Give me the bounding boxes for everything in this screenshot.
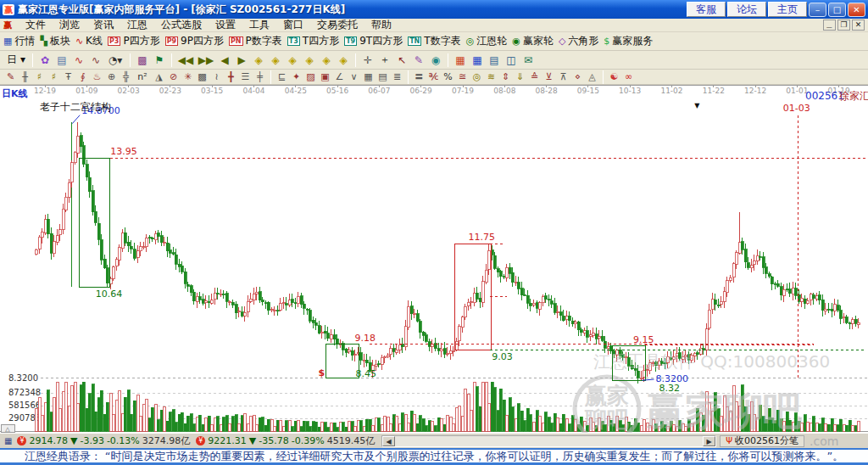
triangle-dot-tool-button[interactable]: ◬: [585, 70, 599, 83]
grid-status-icon[interactable]: ▦: [4, 436, 12, 445]
infinity-tool-button[interactable]: ∞: [621, 70, 636, 83]
menu-公式选股[interactable]: 公式选股: [154, 19, 209, 31]
pointer-icon-button[interactable]: ↖: [393, 53, 410, 68]
title-link-2[interactable]: 主页: [768, 2, 807, 17]
menu-资讯[interactable]: 资讯: [86, 19, 120, 31]
menu-窗口[interactable]: 窗口: [276, 19, 310, 31]
angle-line-tool-button[interactable]: ∠: [332, 70, 347, 83]
price-grid-tool-button[interactable]: ♯: [32, 70, 47, 83]
board-icon-button[interactable]: ▤: [53, 53, 70, 68]
drop-style-dropdown-button[interactable]: ◔▾: [104, 53, 126, 68]
tool-t-square[interactable]: T3T四方形: [287, 34, 339, 48]
maximize-button[interactable]: □: [828, 3, 846, 17]
wave-tool-button[interactable]: ≀: [209, 70, 224, 83]
table-tool-button[interactable]: ▦: [361, 70, 376, 83]
chart-area[interactable]: 12-1901-0902-0302-2303-1504-0404-2505-16…: [0, 85, 868, 433]
export-icon-button[interactable]: ✉: [520, 53, 537, 68]
child-restore-button[interactable]: ❐: [837, 20, 850, 31]
percent-tool-button[interactable]: %: [441, 70, 455, 83]
xor-tool-button[interactable]: ⊻: [542, 70, 556, 83]
menu-设置[interactable]: 设置: [209, 19, 242, 31]
chart-scrollbar[interactable]: ◀ ▶: [381, 435, 716, 447]
tool-9t-square[interactable]: T99T四方形: [344, 34, 403, 48]
gold-circle-tool-button[interactable]: ◎: [470, 70, 484, 83]
ray-burst-tool-button[interactable]: ✦: [289, 70, 303, 83]
pen-tool-button[interactable]: ✎: [3, 70, 18, 83]
grid-chart-icon-button[interactable]: ▩: [134, 53, 151, 68]
filled-box-tool-button[interactable]: ▣: [318, 70, 332, 83]
brain-icon-button[interactable]: ◉: [427, 53, 444, 68]
tool-sectors[interactable]: ▚板块: [40, 34, 70, 48]
cycle-tool-button[interactable]: ⊘: [166, 70, 181, 83]
first-bar-button-button[interactable]: ◀◀: [175, 53, 196, 68]
cross-grid-tool-button[interactable]: ╬: [119, 70, 133, 83]
fan-tool-button[interactable]: ♨: [90, 70, 104, 83]
trend2-icon-button[interactable]: ∿: [87, 53, 104, 68]
zoom-out-diamond-button[interactable]: ◈: [301, 53, 318, 68]
child-close-button[interactable]: ✕: [852, 20, 865, 31]
yinyang-tool-button[interactable]: ☯: [607, 70, 621, 83]
ratio-tool-button[interactable]: ℀: [426, 70, 441, 83]
save-icon-button[interactable]: ◫: [503, 53, 520, 68]
gann-grid-tool-button[interactable]: ╫: [18, 70, 32, 83]
box-tool-button[interactable]: ⊑: [275, 70, 289, 83]
menu-帮助[interactable]: 帮助: [364, 19, 398, 31]
sh-index-icon[interactable]: ¥: [17, 436, 26, 445]
crosshair-icon-button[interactable]: ＋: [376, 53, 393, 68]
menu-浏览[interactable]: 浏览: [53, 19, 86, 31]
updown-tool-button[interactable]: ⇕: [498, 70, 513, 83]
gold-wave-tool-button[interactable]: ≋: [484, 70, 498, 83]
estimate-tool-button[interactable]: ≙: [527, 70, 542, 83]
t-line-tool-button[interactable]: Ŧ: [61, 70, 75, 83]
zoom-left-diamond-button[interactable]: ◈: [250, 53, 267, 68]
minimize-button[interactable]: －: [809, 3, 826, 17]
trend-icon-button[interactable]: ∿: [70, 53, 87, 68]
title-link-1[interactable]: 论坛: [727, 2, 766, 17]
vee-tool-button[interactable]: ∨: [347, 70, 361, 83]
shade-grid-tool-button[interactable]: ▩: [195, 70, 209, 83]
tool-p-table[interactable]: PNP数字表: [229, 34, 282, 48]
tool-kline[interactable]: ∿K线: [75, 34, 103, 48]
circle-tool-button[interactable]: ⊕: [104, 70, 119, 83]
spiral-tool-button[interactable]: ∮: [75, 70, 90, 83]
tool-winner-wheel[interactable]: ◉赢家轮: [512, 34, 554, 48]
flag-icon-button[interactable]: ⚑: [151, 53, 168, 68]
zoom-right-diamond-button[interactable]: ◈: [267, 53, 284, 68]
expand-diamond-button[interactable]: ◈: [318, 53, 335, 68]
last-bar-button-button[interactable]: ▶▶: [196, 53, 216, 68]
next-bar-button-button[interactable]: ▶: [233, 53, 250, 68]
approx-tool-button[interactable]: ≊: [455, 70, 470, 83]
child-minimize-button[interactable]: ＿: [823, 20, 836, 31]
tick-receiver-status[interactable]: Ψ 收002561分笔: [720, 435, 804, 447]
down-gold-tool-button[interactable]: ⇓: [513, 70, 527, 83]
menu-交易委托[interactable]: 交易委托: [310, 19, 364, 31]
tool-p-square[interactable]: P3P四方形: [108, 34, 160, 48]
menu-工具[interactable]: 工具: [242, 19, 276, 31]
calculator-icon-button[interactable]: ▦: [469, 53, 486, 68]
tool-gann-wheel[interactable]: ◎江恩轮: [466, 34, 508, 48]
tool-9p-square[interactable]: P99P四方形: [165, 34, 224, 48]
tool-hexagon[interactable]: ◇六角形: [559, 34, 598, 48]
prev-bar-button-button[interactable]: ◀: [216, 53, 233, 68]
notes-icon-button[interactable]: ▤: [486, 53, 503, 68]
tool-quotes[interactable]: ▦行情: [3, 34, 35, 48]
angle-tool-button[interactable]: ◮: [152, 70, 166, 83]
star-fan-tool-button[interactable]: ✳: [181, 70, 195, 83]
calendar-icon-button[interactable]: ▦: [452, 53, 469, 68]
annotate-icon-button[interactable]: ✎: [410, 53, 427, 68]
tool-winner-service[interactable]: $赢家服务: [604, 34, 653, 48]
kline-chart-canvas[interactable]: 12-1901-0902-0302-2303-1504-0404-2505-16…: [0, 85, 868, 433]
title-link-0[interactable]: 客服: [687, 2, 726, 17]
close-button[interactable]: ✕: [848, 3, 865, 17]
diamond-tool-button[interactable]: ⋄: [570, 70, 585, 83]
sz-index-icon[interactable]: ¥: [196, 436, 205, 445]
ruler-tool-button[interactable]: ╪: [253, 70, 267, 83]
scroll-left-button[interactable]: ◀: [382, 436, 395, 446]
menu-江恩[interactable]: 江恩: [120, 19, 154, 31]
levels-tool-button[interactable]: ☰: [238, 70, 253, 83]
square-number-tool-button[interactable]: n²: [133, 70, 152, 83]
pan-hand-icon-button[interactable]: ✛: [359, 53, 376, 68]
menu-文件[interactable]: 文件: [19, 19, 53, 31]
scroll-right-button[interactable]: ▶: [703, 436, 715, 446]
tool-t-table[interactable]: TNT数字表: [408, 34, 461, 48]
